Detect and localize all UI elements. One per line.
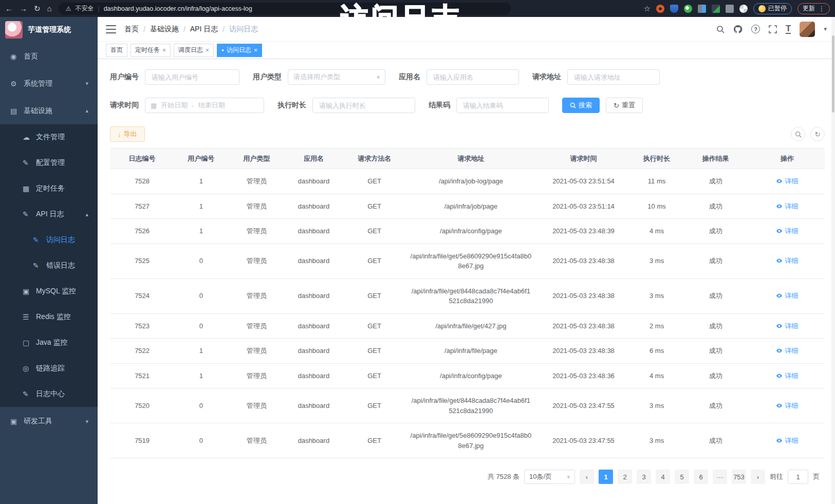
page-ellipsis-button[interactable]: ··· [713, 470, 727, 484]
extension-icon-shield[interactable] [670, 5, 678, 13]
toggle-search-button[interactable] [791, 127, 805, 141]
detail-link[interactable]: 详细 [776, 401, 798, 411]
sidebar-item-log-center[interactable]: ✎ 日志中心 [0, 381, 98, 407]
sidebar-item-mysql-monitor[interactable]: ▣ MySQL 监控 [0, 278, 98, 304]
goto-page-input[interactable] [788, 470, 808, 484]
scrollbar[interactable] [831, 17, 835, 504]
detail-link[interactable]: 详细 [776, 201, 798, 212]
page-button-753[interactable]: 753 [732, 470, 746, 484]
page-size-select[interactable]: 10条/页 ▾ [524, 470, 575, 484]
sidebar-item-trace[interactable]: ◎ 链路追踪 [0, 356, 98, 381]
scrollbar-thumb[interactable] [832, 35, 834, 113]
cell-method: GET [342, 219, 406, 244]
browser-forward-icon[interactable]: → [20, 5, 27, 12]
sidebar-item-label: MySQL 监控 [36, 287, 76, 296]
extension-icon-gray[interactable] [726, 5, 734, 13]
browser-back-icon[interactable]: ← [5, 5, 13, 12]
extension-icon-translate[interactable] [712, 5, 720, 13]
page-button-6[interactable]: 6 [694, 470, 708, 484]
browser-home-icon[interactable]: ⌂ [47, 5, 52, 12]
refresh-table-button[interactable]: ↻ [810, 127, 825, 141]
next-page-button[interactable]: › [751, 470, 765, 484]
user-avatar[interactable] [800, 22, 815, 37]
browser-reload-icon[interactable]: ↻ [34, 5, 41, 12]
detail-link[interactable]: 详细 [776, 176, 798, 186]
detail-link[interactable]: 详细 [776, 436, 798, 446]
cell-log-id: 7524 [110, 278, 174, 313]
result-code-input[interactable] [456, 98, 549, 113]
detail-link[interactable]: 详细 [776, 291, 798, 301]
duration-input[interactable] [312, 98, 415, 113]
address-bar[interactable]: ⚠ 不安全 | dashboard.yudao.iocoder.cn/infra… [59, 3, 511, 15]
page-button-2[interactable]: 2 [618, 470, 632, 484]
page-button-3[interactable]: 3 [637, 470, 651, 484]
page-button-1[interactable]: 1 [599, 470, 613, 484]
sidebar-item-redis-monitor[interactable]: ☰ Redis 监控 [0, 304, 98, 330]
search-icon[interactable] [716, 25, 725, 33]
bookmark-star-icon[interactable]: ☆ [644, 5, 651, 12]
sidebar-item-config-management[interactable]: ✎ 配置管理 [0, 150, 98, 176]
database-icon: ▣ [23, 287, 36, 295]
detail-link[interactable]: 详细 [776, 321, 798, 331]
tab-scheduled-jobs[interactable]: 定时任务 × [131, 44, 171, 57]
sidebar-item-system-management[interactable]: ⚙ 系统管理 ▾ [0, 70, 98, 97]
sidebar-item-scheduled-jobs[interactable]: ▦ 定时任务 [0, 176, 98, 201]
help-icon[interactable]: ? [751, 25, 760, 33]
reset-button[interactable]: ↻ 重置 [606, 98, 643, 113]
app-logo-row[interactable]: 芋道管理系统 [0, 17, 98, 43]
sidebar-item-dev-tools[interactable]: ▣ 研发工具 ▾ [0, 407, 98, 436]
font-size-icon[interactable]: T [786, 24, 791, 34]
sidebar-item-home[interactable]: ◉ 首页 [0, 43, 98, 70]
breadcrumb-item[interactable]: 基础设施 [150, 25, 179, 34]
sidebar-item-infrastructure[interactable]: ▤ 基础设施 ▴ [0, 97, 98, 124]
profile-paused-badge[interactable]: 已暂停 [753, 3, 792, 14]
browser-update-button[interactable]: 更新 ⋮ [797, 3, 830, 14]
start-date-placeholder[interactable]: 开始日期 [161, 101, 188, 110]
extension-icon-green-circle[interactable] [684, 5, 692, 13]
app-name-input[interactable] [426, 69, 519, 85]
user-id-input[interactable] [145, 69, 239, 85]
prev-page-button[interactable]: ‹ [580, 470, 594, 484]
detail-link[interactable]: 详细 [776, 371, 798, 381]
page-button-4[interactable]: 4 [656, 470, 670, 484]
request-url-input[interactable] [567, 69, 660, 85]
detail-link[interactable]: 详细 [776, 346, 798, 356]
security-label[interactable]: 不安全 [75, 4, 94, 13]
close-icon[interactable]: × [162, 47, 166, 54]
close-icon[interactable]: × [206, 47, 209, 54]
kebab-menu-icon[interactable]: ⋮ [819, 5, 825, 12]
sidebar-item-java-monitor[interactable]: ▢ Java 监控 [0, 330, 98, 356]
cell-user-id: 1 [174, 363, 228, 388]
detail-link[interactable]: 详细 [776, 256, 798, 266]
extension-icon-pinwheel[interactable] [739, 5, 748, 13]
url-text[interactable]: dashboard.yudao.iocoder.cn/infra/log/api… [104, 5, 252, 12]
tab-access-log[interactable]: ● 访问日志 × [217, 44, 262, 57]
close-icon[interactable]: × [254, 47, 257, 54]
detail-link[interactable]: 详细 [776, 226, 798, 236]
sidebar-toggle-icon[interactable] [106, 25, 116, 33]
request-url-label: 请求地址 [532, 72, 561, 82]
end-date-placeholder[interactable]: 结束日期 [198, 101, 225, 110]
sidebar-item-file-management[interactable]: ☁ 文件管理 [0, 124, 98, 150]
page-button-5[interactable]: 5 [675, 470, 689, 484]
request-time-range-picker[interactable]: ▦ 开始日期 - 结束日期 [145, 98, 264, 113]
github-icon[interactable] [733, 25, 743, 34]
tab-home[interactable]: 首页 [106, 44, 127, 57]
breadcrumb-item[interactable]: 首页 [124, 25, 139, 34]
fullscreen-icon[interactable] [769, 25, 777, 33]
sidebar-item-api-log[interactable]: ✎ API 日志 ▴ [0, 201, 98, 227]
extension-icon-grid[interactable] [698, 5, 706, 13]
search-button[interactable]: 搜索 [562, 98, 600, 113]
cell-duration: 3 ms [632, 388, 681, 423]
user-type-select[interactable]: 请选择用户类型 ▾ [288, 69, 385, 85]
extension-icon-orange[interactable] [656, 5, 664, 13]
avatar-caret-icon[interactable]: ▾ [824, 26, 827, 32]
sidebar-item-error-log[interactable]: ✎ 错误日志 [0, 253, 98, 278]
breadcrumb-item[interactable]: API 日志 [190, 25, 218, 34]
tab-schedule-log[interactable]: 调度日志 × [174, 44, 214, 57]
sidebar-item-label: 错误日志 [46, 261, 75, 270]
sidebar-item-access-log[interactable]: ✎ 访问日志 [0, 227, 98, 253]
cell-log-id: 7519 [110, 423, 174, 458]
export-button[interactable]: ↓ 导出 [110, 126, 145, 142]
table-row: 75221管理员dashboardGET/api/infra/file/page… [110, 339, 825, 364]
